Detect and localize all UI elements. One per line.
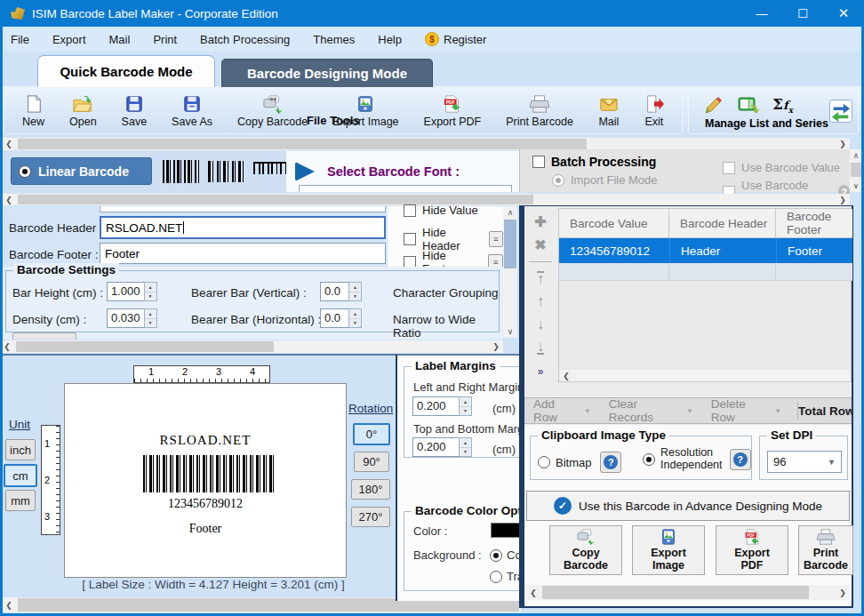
menu-register[interactable]: $Register bbox=[425, 32, 486, 46]
scroll-right-icon[interactable]: ❯ bbox=[836, 585, 850, 600]
edit-pencil-icon[interactable] bbox=[703, 94, 724, 116]
export-pdf-action-button[interactable]: PDF Export PDF bbox=[716, 525, 788, 575]
bearer-vertical-spinner[interactable]: 0.0 ▲▼ bbox=[320, 282, 362, 301]
menu-themes[interactable]: Themes bbox=[313, 33, 355, 46]
menu-batch-processing[interactable]: Batch Processing bbox=[200, 33, 290, 46]
scroll-down-icon[interactable]: ∨ bbox=[503, 325, 517, 338]
tab-barcode-designing-mode[interactable]: Barcode Designing Mode bbox=[221, 59, 433, 87]
exit-button[interactable]: Exit bbox=[644, 94, 664, 128]
menu-help[interactable]: Help bbox=[378, 33, 402, 46]
clear-records-menu[interactable]: Clear Records▼ bbox=[600, 397, 702, 424]
open-button[interactable]: Open bbox=[69, 94, 97, 128]
scroll-left-icon[interactable]: ❮ bbox=[0, 340, 14, 353]
settings-h-scrollbar[interactable]: ❮ ❯ bbox=[0, 340, 503, 353]
spin-up-icon[interactable]: ▲ bbox=[460, 438, 471, 448]
scroll-up-icon[interactable]: ∧ bbox=[850, 149, 862, 162]
menu-export[interactable]: Export bbox=[52, 33, 86, 46]
add-row-menu[interactable]: Add Row▼ bbox=[524, 397, 600, 424]
tb-margin-spinner[interactable]: 0.200 ▲▼ bbox=[412, 437, 472, 457]
spin-down-icon[interactable]: ▼ bbox=[349, 319, 361, 328]
col-barcode-header[interactable]: Barcode Header bbox=[669, 209, 776, 238]
spin-up-icon[interactable]: ▲ bbox=[460, 397, 471, 407]
add-row-icon[interactable]: ✚ bbox=[534, 215, 546, 229]
scroll-down-icon[interactable]: ∨ bbox=[850, 180, 862, 192]
col-barcode-footer[interactable]: Barcode Footer bbox=[776, 209, 852, 238]
bar-height-spinner[interactable]: 1.000 ▲▼ bbox=[107, 282, 157, 301]
copy-barcode-action-button[interactable]: Copy Barcode bbox=[549, 525, 622, 575]
scroll-thumb[interactable] bbox=[851, 163, 861, 177]
move-top-icon[interactable]: ↑ bbox=[537, 271, 544, 285]
hide-value-checkbox[interactable] bbox=[404, 204, 416, 217]
unit-cm-button[interactable]: cm bbox=[4, 464, 37, 487]
bearer-horizontal-spinner[interactable]: 0.0 ▲▼ bbox=[320, 308, 362, 328]
delete-row-menu[interactable]: Delete Row▼ bbox=[702, 397, 790, 424]
col-barcode-value[interactable]: Barcode Value bbox=[559, 209, 669, 238]
scroll-thumb[interactable] bbox=[504, 220, 516, 268]
background-colored-radio[interactable] bbox=[490, 549, 502, 562]
save-as-button[interactable]: Save As bbox=[172, 94, 212, 128]
barcode-style-thumb-2[interactable] bbox=[208, 161, 244, 182]
move-down-icon[interactable]: ↓ bbox=[537, 317, 544, 332]
delete-row-icon[interactable]: ✖ bbox=[534, 238, 546, 252]
barcode-footer-input[interactable]: Footer bbox=[100, 243, 386, 264]
menu-mail[interactable]: Mail bbox=[109, 33, 131, 46]
spin-up-icon[interactable]: ▲ bbox=[349, 283, 361, 292]
rotation-0-button[interactable]: 0° bbox=[353, 423, 390, 445]
list-sheet-icon[interactable] bbox=[737, 94, 760, 116]
cell-barcode-value[interactable]: 123456789012 bbox=[559, 238, 669, 263]
export-image-action-button[interactable]: Export Image bbox=[632, 525, 705, 575]
unit-inch-button[interactable]: inch bbox=[5, 439, 36, 460]
scroll-right-icon[interactable]: ❯ bbox=[836, 138, 850, 150]
cell-barcode-header[interactable]: Header bbox=[669, 238, 776, 263]
transfer-arrows-icon[interactable] bbox=[829, 100, 852, 123]
scroll-left-icon[interactable]: ❮ bbox=[2, 597, 16, 612]
tab-quick-barcode-mode[interactable]: Quick Barcode Mode bbox=[37, 55, 215, 87]
barcode-font-dropdown[interactable] bbox=[299, 185, 512, 192]
batch-v-scrollbar[interactable]: ∧ ∨ bbox=[850, 149, 862, 192]
resolution-help-button[interactable]: ? bbox=[730, 449, 751, 470]
rotation-180-button[interactable]: 180° bbox=[351, 479, 390, 500]
scroll-up-icon[interactable]: ∧ bbox=[503, 206, 517, 219]
barcode-header-input[interactable]: RSLOAD.NET bbox=[100, 216, 386, 239]
table-h-scrollbar[interactable]: ❮ bbox=[559, 370, 851, 381]
scroll-left-icon[interactable]: ❮ bbox=[2, 194, 16, 205]
unit-mm-button[interactable]: mm bbox=[5, 490, 36, 511]
linear-barcode-option[interactable]: Linear Barcode bbox=[11, 157, 152, 185]
minimize-button[interactable]: — bbox=[741, 0, 782, 27]
save-button[interactable]: Save bbox=[122, 94, 148, 128]
lr-margin-spinner[interactable]: 0.200 ▲▼ bbox=[412, 396, 472, 416]
scroll-thumb[interactable] bbox=[18, 139, 587, 149]
resolution-independent-radio[interactable] bbox=[643, 453, 655, 466]
barcode-value-input-partial[interactable] bbox=[100, 206, 386, 212]
print-barcode-action-button[interactable]: Print Barcode bbox=[798, 525, 853, 575]
fields-v-scrollbar[interactable]: ∧ ∨ bbox=[503, 206, 517, 338]
right-h-scrollbar[interactable]: ❮ ❯ bbox=[526, 585, 850, 600]
copy-barcode-button[interactable]: Copy Barcode bbox=[237, 94, 308, 128]
rotation-270-button[interactable]: 270° bbox=[351, 507, 390, 527]
cell-barcode-footer[interactable]: Footer bbox=[776, 238, 852, 263]
header-font-icon[interactable]: ≡ bbox=[489, 231, 503, 247]
empty-cell[interactable] bbox=[669, 263, 776, 281]
linear-barcode-radio[interactable] bbox=[19, 165, 31, 178]
spin-down-icon[interactable]: ▼ bbox=[145, 292, 156, 301]
expand-strip-icon[interactable]: » bbox=[538, 365, 544, 378]
move-bottom-icon[interactable]: ↓ bbox=[537, 340, 544, 355]
scroll-right-icon[interactable]: ❯ bbox=[836, 194, 850, 205]
print-barcode-button[interactable]: Print Barcode bbox=[506, 94, 573, 128]
scroll-thumb[interactable] bbox=[542, 586, 809, 599]
spin-down-icon[interactable]: ▼ bbox=[460, 448, 471, 457]
spin-up-icon[interactable]: ▲ bbox=[145, 283, 156, 292]
rotation-90-button[interactable]: 90° bbox=[354, 452, 389, 472]
move-up-icon[interactable]: ↑ bbox=[537, 294, 544, 308]
new-button[interactable]: New bbox=[22, 94, 44, 128]
background-transparent-radio[interactable] bbox=[490, 571, 502, 583]
barcode-style-thumb-3[interactable] bbox=[253, 162, 286, 181]
scroll-thumb[interactable] bbox=[16, 341, 274, 352]
empty-cell[interactable] bbox=[776, 263, 852, 281]
use-in-advance-mode-button[interactable]: ✓ Use this Barcode in Advance Designing … bbox=[526, 491, 850, 521]
spin-up-icon[interactable]: ▲ bbox=[349, 309, 361, 319]
scroll-left-icon[interactable]: ❮ bbox=[2, 138, 16, 150]
toolbar-h-scrollbar[interactable]: ❮ ❯ bbox=[2, 138, 850, 150]
empty-cell[interactable] bbox=[559, 263, 669, 281]
scroll-left-icon[interactable]: ❮ bbox=[526, 585, 540, 600]
